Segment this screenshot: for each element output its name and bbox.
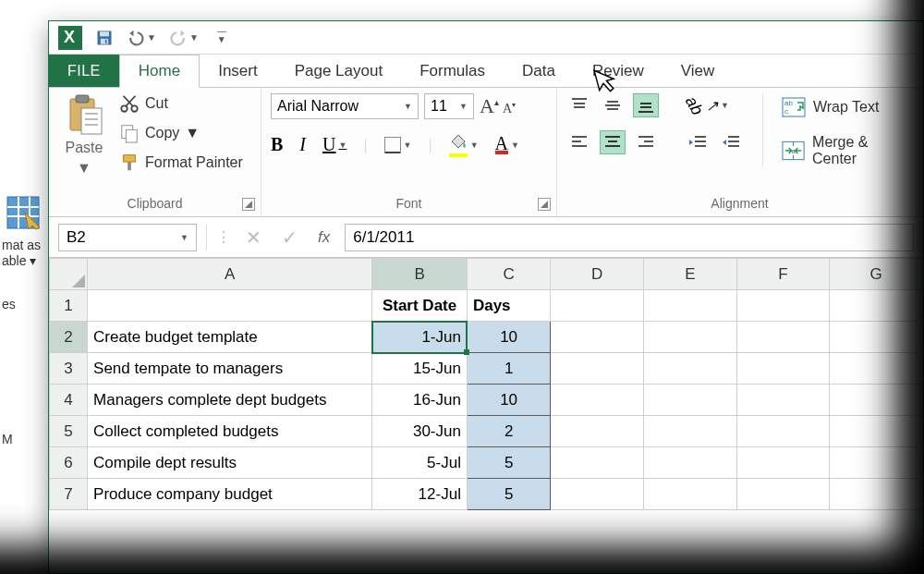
cell-C4[interactable]: 10 bbox=[467, 385, 550, 416]
cell-A6[interactable]: Compile dept results bbox=[88, 447, 372, 479]
cell-A5[interactable]: Collect completed budgets bbox=[88, 416, 372, 447]
cell-C7[interactable]: 5 bbox=[467, 479, 550, 510]
cell-A1[interactable] bbox=[88, 290, 372, 322]
underline-button[interactable]: U▼ bbox=[322, 134, 346, 155]
tab-file[interactable]: FILE bbox=[49, 55, 119, 87]
customize-qat-icon[interactable]: ▼ bbox=[217, 31, 226, 44]
italic-button[interactable]: I bbox=[299, 134, 306, 155]
cell-C5[interactable]: 2 bbox=[467, 416, 550, 447]
row-header-7[interactable]: 7 bbox=[50, 479, 88, 510]
align-center-button[interactable] bbox=[600, 130, 626, 154]
decrease-indent-button[interactable] bbox=[685, 130, 711, 154]
select-all-corner[interactable] bbox=[50, 259, 88, 290]
dialog-launcher-clipboard[interactable] bbox=[242, 198, 255, 211]
cell-A7[interactable]: Produce company budget bbox=[88, 479, 372, 510]
font-size-select[interactable]: 11▼ bbox=[424, 93, 474, 119]
bold-button[interactable]: B bbox=[271, 134, 283, 155]
col-header-A[interactable]: A bbox=[88, 259, 372, 290]
cell[interactable] bbox=[736, 385, 830, 416]
cell[interactable] bbox=[551, 353, 644, 385]
cell-A2[interactable]: Create budget template bbox=[88, 322, 372, 353]
cell-C2[interactable]: 10 bbox=[467, 322, 550, 353]
font-name-select[interactable]: Arial Narrow▼ bbox=[271, 93, 419, 119]
cell[interactable] bbox=[643, 385, 736, 416]
row-header-3[interactable]: 3 bbox=[50, 353, 88, 385]
tab-page-layout[interactable]: Page Layout bbox=[276, 55, 401, 87]
name-box[interactable]: B2▼ bbox=[58, 224, 197, 251]
cell[interactable] bbox=[551, 322, 644, 353]
cell[interactable] bbox=[830, 290, 923, 322]
cell-B6[interactable]: 5-Jul bbox=[372, 447, 468, 479]
format-painter-button[interactable]: Format Painter bbox=[119, 153, 243, 173]
cell-A3[interactable]: Send tempate to managers bbox=[88, 353, 372, 385]
enter-formula-button[interactable]: ✓ bbox=[276, 226, 303, 249]
col-header-F[interactable]: F bbox=[736, 259, 830, 290]
cell[interactable] bbox=[736, 479, 830, 510]
align-right-button[interactable] bbox=[633, 130, 659, 154]
dialog-launcher-font[interactable] bbox=[538, 198, 551, 211]
cell[interactable] bbox=[830, 479, 923, 510]
col-header-G[interactable]: G bbox=[830, 259, 923, 290]
cell[interactable] bbox=[736, 447, 830, 479]
excel-app-icon[interactable] bbox=[58, 26, 82, 50]
orientation-button[interactable]: ab↗▼ bbox=[685, 96, 729, 116]
col-header-C[interactable]: C bbox=[467, 259, 550, 290]
cell-C6[interactable]: 5 bbox=[467, 447, 550, 479]
undo-button[interactable]: ▼ bbox=[127, 29, 156, 47]
wrap-text-button[interactable]: abc Wrap Text bbox=[782, 97, 913, 117]
cell[interactable] bbox=[736, 416, 830, 447]
row-header-4[interactable]: 4 bbox=[50, 385, 88, 416]
formula-input[interactable]: 6/1/2011 bbox=[345, 224, 914, 251]
align-middle-button[interactable] bbox=[600, 93, 626, 117]
row-header-1[interactable]: 1 bbox=[50, 290, 88, 322]
tab-data[interactable]: Data bbox=[504, 55, 574, 87]
cell[interactable] bbox=[830, 353, 923, 385]
cell[interactable] bbox=[551, 290, 644, 322]
cell[interactable] bbox=[643, 447, 736, 479]
cell[interactable] bbox=[736, 290, 830, 322]
shrink-font-button[interactable]: A▾ bbox=[503, 101, 516, 118]
cell[interactable] bbox=[643, 353, 736, 385]
cell-B4[interactable]: 16-Jun bbox=[372, 385, 468, 416]
row-header-5[interactable]: 5 bbox=[50, 416, 88, 447]
cell[interactable] bbox=[830, 416, 923, 447]
merge-center-button[interactable]: a Merge & Center bbox=[782, 134, 913, 167]
row-header-2[interactable]: 2 bbox=[50, 322, 88, 353]
col-header-D[interactable]: D bbox=[551, 259, 644, 290]
cell[interactable] bbox=[830, 322, 923, 353]
cut-button[interactable]: Cut bbox=[119, 93, 243, 114]
copy-button[interactable]: Copy ▼ bbox=[119, 123, 243, 143]
cell[interactable] bbox=[736, 322, 830, 353]
cell[interactable] bbox=[643, 479, 736, 510]
cancel-formula-button[interactable]: ✕ bbox=[240, 226, 267, 249]
cell-B7[interactable]: 12-Jul bbox=[372, 479, 468, 510]
tab-view[interactable]: View bbox=[663, 55, 734, 87]
col-header-E[interactable]: E bbox=[643, 259, 736, 290]
fill-color-button[interactable]: ▼ bbox=[449, 132, 479, 157]
cell[interactable] bbox=[551, 385, 644, 416]
cell[interactable] bbox=[830, 385, 923, 416]
redo-button[interactable]: ▼ bbox=[169, 29, 199, 47]
cell-A4[interactable]: Managers complete dept budgets bbox=[88, 385, 372, 416]
cell[interactable] bbox=[551, 416, 644, 447]
cell[interactable] bbox=[643, 290, 736, 322]
tab-insert[interactable]: Insert bbox=[200, 55, 276, 87]
tab-formulas[interactable]: Formulas bbox=[401, 55, 504, 87]
align-bottom-button[interactable] bbox=[633, 93, 659, 117]
cell[interactable] bbox=[551, 479, 644, 510]
increase-indent-button[interactable] bbox=[718, 130, 744, 154]
cell-B2-active[interactable]: 1-Jun bbox=[372, 322, 468, 353]
worksheet-grid[interactable]: A B C D E F G 1 Start Date Days bbox=[49, 258, 923, 510]
align-top-button[interactable] bbox=[566, 93, 592, 117]
cell-B3[interactable]: 15-Jun bbox=[372, 353, 468, 385]
cell[interactable] bbox=[551, 447, 644, 479]
align-left-button[interactable] bbox=[566, 130, 592, 154]
cell[interactable] bbox=[736, 353, 830, 385]
cell[interactable] bbox=[643, 322, 736, 353]
cell-C3[interactable]: 1 bbox=[467, 353, 550, 385]
col-header-B[interactable]: B bbox=[372, 259, 468, 290]
tab-home[interactable]: Home bbox=[119, 55, 200, 88]
font-color-button[interactable]: A▼ bbox=[495, 136, 519, 154]
save-icon[interactable] bbox=[95, 29, 114, 47]
paste-button[interactable]: Paste ▼ bbox=[58, 93, 110, 177]
